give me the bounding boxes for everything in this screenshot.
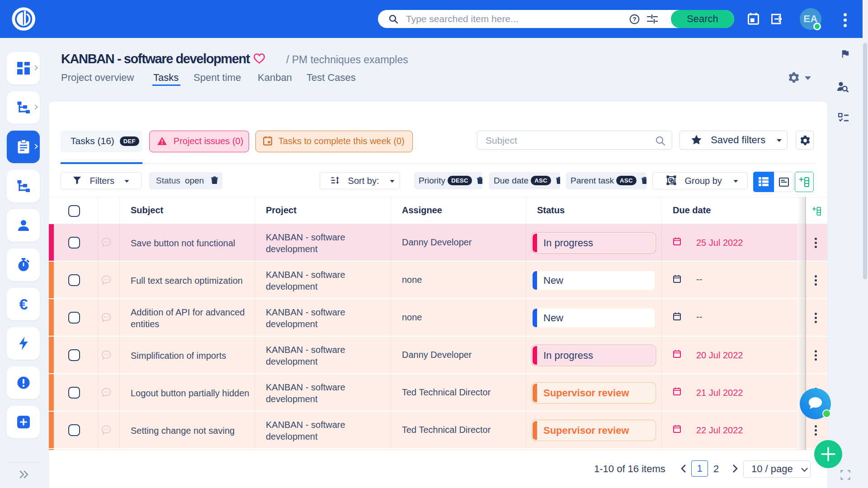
svg-text:€: € bbox=[19, 297, 28, 311]
svg-text:?: ? bbox=[633, 16, 637, 23]
